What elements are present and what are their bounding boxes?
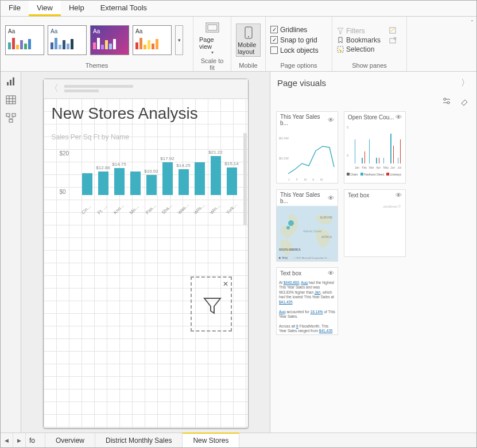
ribbon: Aa Aa Aa Aa ▾ Themes (1, 17, 476, 72)
theme-dropdown[interactable]: ▾ (175, 25, 183, 55)
visual-card-map[interactable]: This Year Sales b...👁 EUROPE AFRICA SOUT… (276, 189, 338, 262)
visual-card-this-year-sales-line[interactable]: This Year Sales b...👁 $0.4M $0.2M JFMAM (276, 111, 338, 184)
bar-column (80, 172, 94, 195)
sync-slicers-icon[interactable] (389, 26, 397, 34)
theme-thumb-1[interactable]: Aa (5, 25, 44, 55)
svg-text:F: F (296, 178, 298, 181)
tab-nav-prev[interactable]: ◀ (1, 433, 13, 447)
page-view-button[interactable]: Page view ▾ (198, 19, 226, 56)
tab-nav-next[interactable]: ▶ (13, 433, 26, 447)
svg-text:© 2021 Microsoft Corporation T: © 2021 Microsoft Corporation Te... (294, 256, 329, 259)
svg-rect-18 (9, 119, 13, 122)
settings-icon[interactable] (442, 96, 451, 106)
svg-point-29 (286, 226, 290, 229)
mobile-layout-button[interactable]: Mobile layout (236, 24, 261, 57)
phone-header: 〈 (44, 79, 248, 99)
visibility-icon[interactable]: 👁 (328, 116, 334, 123)
visibility-icon[interactable]: 👁 (395, 114, 402, 120)
svg-text:A: A (312, 178, 315, 181)
lock-objects-checkbox[interactable]: Lock objects (270, 46, 319, 55)
bar-column (193, 161, 207, 195)
svg-text:J: J (288, 178, 290, 181)
svg-point-20 (447, 102, 449, 104)
selection-pane-toggle[interactable]: Selection (337, 45, 381, 54)
page-visuals-panel: Page visuals 〉 This Year Sales b...👁 $0.… (270, 72, 476, 433)
svg-text:▶ bing: ▶ bing (279, 256, 288, 259)
eraser-icon[interactable] (459, 96, 468, 106)
main-area: 〈 New Stores Analysis Sales Per Sq Ft by… (1, 72, 476, 433)
back-icon: 〈 (49, 83, 59, 95)
performance-icon[interactable] (389, 37, 397, 45)
tab-partial[interactable]: fo (26, 433, 45, 447)
data-view-icon[interactable] (6, 95, 16, 105)
snap-to-grid-checkbox[interactable]: ✓Snap to grid (270, 36, 317, 45)
theme-thumb-3[interactable]: Aa (90, 25, 129, 55)
bookmarks-pane-toggle[interactable]: Bookmarks (337, 36, 381, 45)
mobile-canvas[interactable]: 〈 New Stores Analysis Sales Per Sq Ft by… (43, 79, 249, 428)
visual-card-open-store-count[interactable]: Open Store Cou...👁 5 0 JanFebMarAprMayJu… (344, 111, 406, 184)
tab-new-stores[interactable]: New Stores (183, 433, 239, 447)
check-icon: ✓ (270, 36, 278, 44)
visibility-icon[interactable]: 👁 (395, 192, 402, 198)
visual-card-textbox-1[interactable]: Text box👁 obviEnce © (344, 189, 406, 257)
svg-point-3 (248, 36, 249, 37)
tab-district-monthly-sales[interactable]: District Monthly Sales (95, 433, 183, 447)
visibility-icon[interactable]: 👁 (328, 270, 334, 276)
theme-thumb-4[interactable]: Aa (133, 25, 172, 55)
canvas-area: 〈 New Stores Analysis Sales Per Sq Ft by… (21, 72, 270, 433)
filter-icon (337, 28, 344, 34)
panel-title: Page visuals (277, 78, 326, 88)
filter-visual-placeholder[interactable]: ✕ (191, 276, 232, 332)
report-view-icon[interactable] (6, 76, 16, 87)
chevron-down-icon: ▾ (211, 50, 214, 55)
page-title: New Stores Analysis (52, 104, 240, 123)
ribbon-group-show-panes-label: Show panes (337, 61, 402, 69)
panel-collapse-icon[interactable]: 〉 (461, 77, 470, 88)
filters-pane-toggle[interactable]: Filters (337, 26, 381, 36)
svg-rect-17 (12, 114, 15, 116)
model-view-icon[interactable] (6, 113, 16, 123)
selection-icon (337, 46, 344, 53)
visual-card-textbox-2[interactable]: Text box👁 At $440,800, Aug had the highe… (276, 267, 338, 335)
menu-view[interactable]: View (29, 1, 61, 16)
filter-icon (202, 295, 223, 315)
phone-body[interactable]: New Stores Analysis Sales Per Sq Ft by N… (44, 99, 248, 428)
bar-column (129, 170, 142, 195)
svg-text:$0.4M: $0.4M (279, 137, 289, 140)
close-icon[interactable]: ✕ (223, 280, 228, 288)
scrollbar[interactable] (243, 133, 247, 225)
menu-file[interactable]: File (1, 1, 29, 16)
svg-rect-6 (390, 38, 395, 43)
bookmark-icon (337, 37, 344, 44)
visibility-icon[interactable]: 👁 (328, 194, 334, 201)
svg-text:$0.2M: $0.2M (279, 157, 289, 160)
ribbon-group-themes-label: Themes (5, 61, 188, 69)
left-view-strip (1, 72, 21, 433)
bar-column: $10.92 (145, 169, 158, 195)
bar-column: $14.75 (113, 162, 126, 195)
svg-text:AFRICA: AFRICA (321, 235, 332, 239)
bar-column: $12.86 (96, 165, 110, 195)
menu-help[interactable]: Help (61, 1, 92, 16)
ribbon-group-mobile-label: Mobile (236, 61, 261, 69)
tab-overview[interactable]: Overview (45, 433, 95, 447)
svg-text:M: M (320, 178, 323, 181)
bar-chart[interactable]: $20 $0 $12.86$14.75$10.92$17.92$14.25$21… (52, 145, 240, 213)
svg-point-28 (288, 220, 294, 226)
ribbon-collapse-icon[interactable]: ˆ (471, 20, 473, 26)
theme-thumb-2[interactable]: Aa (48, 25, 87, 55)
check-icon: ✓ (270, 26, 278, 33)
svg-text:EUROPE: EUROPE (320, 216, 333, 219)
svg-text:SOUTH AMERICA: SOUTH AMERICA (279, 248, 301, 251)
bar-column: $15.14 (225, 161, 239, 195)
page-tabs: ◀ ▶ fo Overview District Monthly Sales N… (1, 433, 476, 447)
gridlines-checkbox[interactable]: ✓Gridlines (270, 25, 307, 34)
ribbon-group-scale-label: Scale to fit (198, 56, 226, 71)
svg-point-19 (444, 98, 446, 100)
svg-rect-9 (10, 80, 11, 85)
menu-external-tools[interactable]: External Tools (92, 1, 155, 16)
menu-bar: File View Help External Tools (1, 1, 476, 17)
y-axis-label-top: $20 (60, 150, 69, 157)
mobile-icon (241, 25, 256, 40)
svg-rect-8 (7, 82, 9, 85)
